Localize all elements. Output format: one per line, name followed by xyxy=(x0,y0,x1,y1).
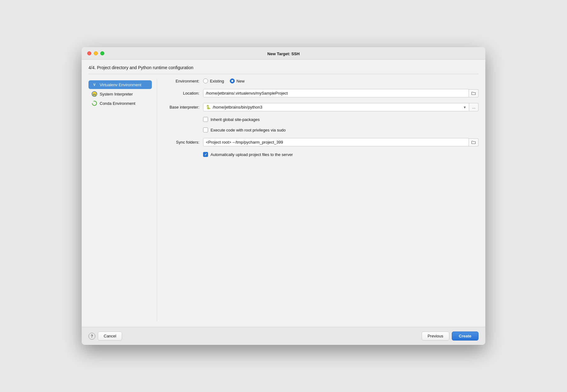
virtualenv-icon: V xyxy=(92,82,97,87)
sidebar-item-system-label: System Interpreter xyxy=(100,92,133,96)
interpreter-dropdown-row: 🐍 /home/jetbrains/bin/python3 ▼ ... xyxy=(203,103,479,111)
auto-upload-checkbox[interactable] xyxy=(203,152,208,157)
chevron-down-icon: ▼ xyxy=(463,105,466,109)
location-label: Location: xyxy=(162,91,199,96)
execute-checkbox[interactable] xyxy=(203,127,208,132)
close-button[interactable] xyxy=(87,51,91,55)
interpreter-value: /home/jetbrains/bin/python3 xyxy=(213,105,262,109)
python-icon: py xyxy=(92,91,97,97)
radio-new-label: New xyxy=(237,79,245,83)
location-browse-button[interactable] xyxy=(469,89,479,97)
execute-row: Execute code with root privileges via su… xyxy=(162,127,479,132)
sync-folders-row: Sync folders: xyxy=(162,138,479,146)
svg-point-5 xyxy=(92,101,97,105)
auto-upload-label: Automatically upload project files to th… xyxy=(211,152,293,157)
python-emoji-icon: 🐍 xyxy=(206,105,211,109)
step-header: 4/4. Project directory and Python runtim… xyxy=(88,65,479,74)
window-controls xyxy=(87,51,104,55)
svg-text:V: V xyxy=(93,83,96,87)
sidebar: V Virtualenv Environment py System Inter… xyxy=(88,78,157,321)
base-interpreter-row: Base interpreter: 🐍 /home/jetbrains/bin/… xyxy=(162,103,479,111)
previous-button[interactable]: Previous xyxy=(422,332,449,341)
main-area: V Virtualenv Environment py System Inter… xyxy=(88,78,479,321)
conda-icon xyxy=(92,100,97,106)
sidebar-item-conda-label: Conda Environment xyxy=(100,101,135,106)
dialog-window: New Target: SSH 4/4. Project directory a… xyxy=(82,47,485,345)
location-row: Location: xyxy=(162,89,479,97)
sidebar-item-virtualenv-label: Virtualenv Environment xyxy=(100,82,141,87)
execute-label: Execute code with root privileges via su… xyxy=(211,128,286,132)
more-label: ... xyxy=(472,105,475,109)
radio-group-environment: Existing New xyxy=(203,78,245,83)
environment-label: Environment: xyxy=(162,79,199,83)
svg-text:py: py xyxy=(93,93,96,96)
radio-new[interactable]: New xyxy=(230,78,245,83)
environment-row: Environment: Existing New xyxy=(162,78,479,83)
form-area: Environment: Existing New Loca xyxy=(157,78,479,321)
folder-icon xyxy=(471,91,476,96)
sync-browse-button[interactable] xyxy=(469,138,479,146)
content-area: 4/4. Project directory and Python runtim… xyxy=(82,60,485,327)
title-bar: New Target: SSH xyxy=(82,47,485,60)
sync-input-row xyxy=(203,138,479,146)
right-actions: Previous Create xyxy=(422,332,479,341)
create-button[interactable]: Create xyxy=(452,332,479,341)
sidebar-item-virtualenv[interactable]: V Virtualenv Environment xyxy=(88,80,152,89)
folder-icon xyxy=(471,140,476,145)
maximize-button[interactable] xyxy=(100,51,104,55)
base-interpreter-label: Base interpreter: xyxy=(162,105,199,109)
radio-existing[interactable]: Existing xyxy=(203,78,224,83)
inherit-row: Inherit global site-packages xyxy=(162,117,479,122)
inherit-label: Inherit global site-packages xyxy=(211,117,260,122)
radio-new-input[interactable] xyxy=(230,78,235,83)
location-input[interactable] xyxy=(203,89,469,97)
inherit-checkbox[interactable] xyxy=(203,117,208,122)
radio-existing-label: Existing xyxy=(210,79,224,83)
sidebar-item-system[interactable]: py System Interpreter xyxy=(88,90,152,98)
auto-upload-row: Automatically upload project files to th… xyxy=(162,152,479,157)
sync-input[interactable] xyxy=(203,138,469,146)
cancel-button[interactable]: Cancel xyxy=(98,332,122,341)
bottom-bar: ? Cancel Previous Create xyxy=(82,327,485,345)
sync-label: Sync folders: xyxy=(162,140,199,145)
help-button[interactable]: ? xyxy=(88,333,95,340)
window-title: New Target: SSH xyxy=(267,51,300,56)
sidebar-item-conda[interactable]: Conda Environment xyxy=(88,99,152,108)
minimize-button[interactable] xyxy=(94,51,98,55)
radio-existing-input[interactable] xyxy=(203,78,208,83)
left-actions: ? Cancel xyxy=(88,332,122,341)
interpreter-dropdown[interactable]: 🐍 /home/jetbrains/bin/python3 ▼ xyxy=(203,103,469,111)
location-input-row xyxy=(203,89,479,97)
interpreter-more-button[interactable]: ... xyxy=(469,103,479,111)
